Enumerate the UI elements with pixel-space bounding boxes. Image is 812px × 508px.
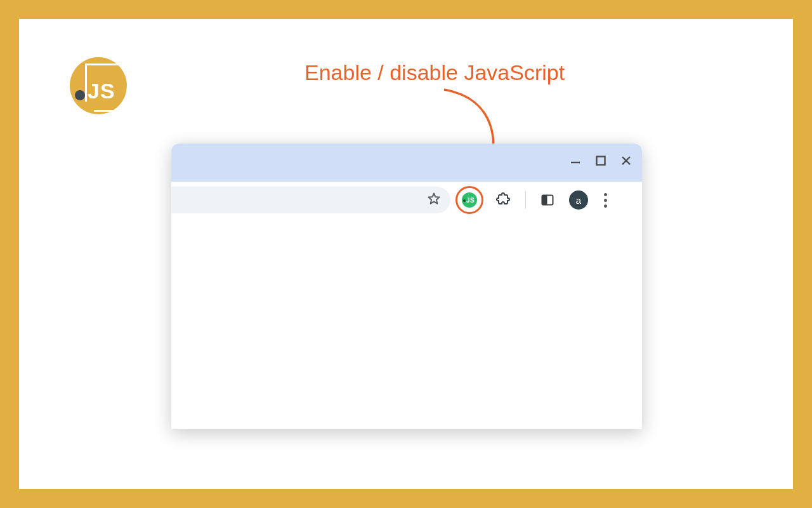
address-bar[interactable] bbox=[171, 187, 450, 213]
svg-rect-5 bbox=[542, 196, 547, 205]
page-content bbox=[171, 218, 642, 429]
side-panel-button[interactable] bbox=[535, 187, 560, 213]
titlebar bbox=[171, 144, 642, 182]
toolbar-divider bbox=[525, 191, 526, 209]
profile-avatar[interactable]: a bbox=[569, 190, 588, 210]
close-button[interactable] bbox=[619, 154, 633, 168]
annotation-label: Enable / disable JavaScript bbox=[304, 60, 565, 85]
maximize-button[interactable] bbox=[594, 154, 608, 168]
bookmark-star-icon[interactable] bbox=[426, 191, 442, 209]
logo-text: JS bbox=[88, 79, 115, 104]
js-toggle-extension-button[interactable]: JS bbox=[457, 187, 482, 213]
browser-window: JS a bbox=[171, 144, 642, 429]
minimize-button[interactable] bbox=[568, 154, 582, 168]
outer-frame: JS Enable / disable JavaScript bbox=[0, 0, 812, 508]
canvas: JS Enable / disable JavaScript bbox=[19, 19, 793, 489]
extension-logo: JS bbox=[70, 57, 127, 114]
profile-initial: a bbox=[576, 195, 581, 206]
extensions-button[interactable] bbox=[491, 187, 516, 213]
js-extension-icon: JS bbox=[462, 192, 477, 208]
chrome-menu-button[interactable] bbox=[597, 193, 613, 208]
toolbar: JS a bbox=[171, 182, 642, 218]
svg-rect-1 bbox=[597, 157, 605, 165]
